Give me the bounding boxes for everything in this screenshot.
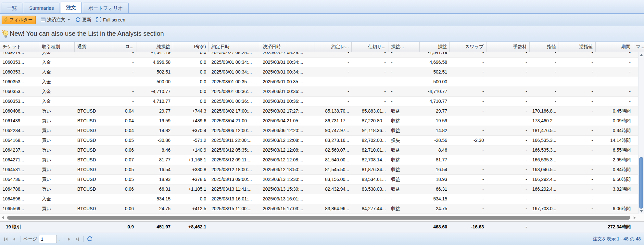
- column-header-result[interactable]: 損益...: [388, 42, 420, 52]
- cell-result: 収益: [388, 106, 420, 116]
- cell-commission: -: [486, 106, 530, 116]
- closed-orders-button[interactable]: 決済注文: [41, 17, 70, 23]
- scroll-left-icon[interactable]: [1, 216, 4, 220]
- table-row[interactable]: 1061439...買いBTCUSD0.0419.59+489.62025/03…: [0, 116, 644, 126]
- column-header-ticket[interactable]: チケット: [0, 42, 39, 52]
- column-header-open-rate[interactable]: 約定レ...: [314, 42, 352, 52]
- table-row[interactable]: 1062234...買いBTCUSD0.0414.82+370.42025/03…: [0, 126, 644, 136]
- last-page-button[interactable]: [74, 236, 81, 242]
- cell-close-time: 2025/02/27 08:28:...: [260, 52, 314, 57]
- table-row[interactable]: 1059214...入金--1,541.190.02025/02/27 08:2…: [0, 52, 644, 58]
- cell-close-time: 2025/03/12 12:08:...: [260, 155, 314, 165]
- cell-ticket: 1064736...: [0, 175, 39, 184]
- filter-button[interactable]: フィルター: [2, 16, 36, 24]
- cell-open-time: 2025/03/01 00:34:...: [209, 67, 260, 77]
- table-row[interactable]: 1064788...買いBTCUSD0.0666.31+1,105.12025/…: [0, 184, 644, 194]
- cell-profit: 502.51: [420, 67, 450, 77]
- cell-close-rate: -: [352, 67, 388, 77]
- cell-swap: -: [450, 58, 486, 67]
- scroll-down-icon[interactable]: [640, 210, 643, 212]
- cell-stop: -: [559, 184, 596, 194]
- cell-profit: 24.75: [420, 204, 450, 213]
- pager-refresh-button[interactable]: [87, 236, 93, 242]
- table-row[interactable]: 1064896...入金-534.150.02025/03/13 16:01:.…: [0, 194, 644, 204]
- column-header-swap[interactable]: スワップ: [450, 42, 486, 52]
- column-header-type[interactable]: 取引種別: [39, 42, 75, 52]
- pagination-bar: ページ . 注文を表示 1 - 48 の 48: [0, 233, 644, 245]
- summary-empty: [530, 222, 559, 233]
- column-header-symbol[interactable]: 通貨: [75, 42, 113, 52]
- vertical-scrollbar-thumb[interactable]: [639, 157, 643, 209]
- column-header-open-time[interactable]: 約定日時: [209, 42, 260, 52]
- table-row[interactable]: 1065569...買いBTCUSD0.0624.75+412.52025/03…: [0, 204, 644, 214]
- table-row[interactable]: 1064736...買いBTCUSD0.0518.93+378.62025/03…: [0, 175, 644, 184]
- cell-close-time: 2025/03/12 12:08:...: [260, 136, 314, 145]
- cell-open-time: 2025/03/12 05:35:...: [209, 145, 260, 155]
- column-header-commission[interactable]: 手数料: [486, 42, 530, 52]
- table-row[interactable]: 1064168...買いBTCUSD0.05-30.86-571.22025/0…: [0, 136, 644, 145]
- column-header-stop[interactable]: 逆指値: [559, 42, 596, 52]
- cell-close-time: 2025/03/01 00:35:...: [260, 77, 314, 87]
- tab-3[interactable]: ポートフォリオ: [83, 3, 129, 13]
- cell-net-profit: -4,710.77: [136, 87, 173, 96]
- first-page-button[interactable]: [3, 236, 9, 242]
- table-row[interactable]: 1060353...入金-502.510.02025/03/01 00:34:.…: [0, 67, 644, 77]
- column-header-close-time[interactable]: 決済日時: [260, 42, 314, 52]
- scroll-right-icon[interactable]: [633, 216, 636, 220]
- tab-2[interactable]: 注文: [61, 2, 82, 13]
- cell-symbol: [75, 97, 113, 106]
- table-row[interactable]: 1060408...買いBTCUSD0.0429.77+744.32025/03…: [0, 106, 644, 116]
- scroll-up-icon[interactable]: [640, 54, 643, 56]
- cell-limit: -: [530, 52, 559, 57]
- column-header-net-profit[interactable]: 純損益: [136, 42, 173, 52]
- prev-page-button[interactable]: [11, 236, 17, 242]
- table-row[interactable]: 1064531...買いBTCUSD0.0516.54+330.82025/03…: [0, 165, 644, 175]
- summary-empty: [388, 222, 420, 233]
- cell-commission: -: [486, 58, 530, 67]
- table-row[interactable]: 1060353...入金-4,710.770.02025/03/01 00:36…: [0, 97, 644, 106]
- cell-open-time: 2025/03/12 18:00:...: [209, 165, 260, 174]
- tab-0[interactable]: 一覧: [2, 3, 22, 13]
- column-header-duration[interactable]: 期間: [596, 42, 633, 52]
- cell-net-profit: 534.15: [136, 194, 173, 204]
- cell-lots: 0.06: [113, 204, 136, 213]
- table-row[interactable]: 1060353...入金--500.000.02025/03/01 00:35:…: [0, 77, 644, 87]
- tab-1[interactable]: Summaries: [24, 3, 59, 13]
- cell-limit: 166,535.3...: [530, 155, 559, 165]
- cell-open-time: 2025/03/06 12:00:...: [209, 126, 260, 135]
- filter-button-label: フィルター: [9, 17, 32, 23]
- cell-symbol: [75, 67, 113, 77]
- cell-result: 収益: [388, 145, 420, 155]
- horizontal-scrollbar[interactable]: [0, 214, 644, 221]
- cell-duration: 2.95時間: [596, 155, 633, 165]
- cell-commission: -: [486, 184, 530, 194]
- table-row[interactable]: 1060353...入金-4,696.580.02025/03/01 00:34…: [0, 58, 644, 67]
- table-row[interactable]: 1064271...買いBTCUSD0.0781.77+1,168.12025/…: [0, 155, 644, 165]
- cell-net-profit: 4,696.58: [136, 58, 173, 67]
- table-row[interactable]: 1060353...入金--4,710.770.02025/03/01 00:3…: [0, 87, 644, 97]
- cell-net-profit: 66.31: [136, 184, 173, 194]
- cell-ticket: 1061439...: [0, 116, 39, 126]
- cell-pips: +330.8: [173, 165, 209, 174]
- table-row[interactable]: 1064237...買いBTCUSD0.068.46+140.92025/03/…: [0, 145, 644, 155]
- cell-symbol: BTCUSD: [75, 116, 113, 126]
- cell-limit: -: [530, 67, 559, 77]
- column-header-magic[interactable]: マ...: [633, 42, 644, 52]
- horizontal-scrollbar-thumb[interactable]: [7, 216, 630, 220]
- cell-close-time: 2025/03/01 00:34:...: [260, 67, 314, 77]
- vertical-scrollbar[interactable]: [638, 52, 644, 214]
- cell-type: 入金: [39, 77, 75, 87]
- next-page-button[interactable]: [66, 236, 72, 242]
- summary-pips: +8,462.1: [173, 222, 209, 233]
- cell-lots: -: [113, 87, 136, 96]
- column-header-lots[interactable]: ロ...: [113, 42, 136, 52]
- column-header-close-rate[interactable]: 仕切り...: [352, 42, 388, 52]
- cell-lots: 0.07: [113, 155, 136, 165]
- fullscreen-button[interactable]: Full screen: [96, 17, 125, 22]
- column-header-profit[interactable]: 損益: [420, 42, 450, 52]
- column-header-limit[interactable]: 指値: [530, 42, 559, 52]
- page-input[interactable]: [39, 235, 57, 243]
- refresh-button[interactable]: 更新: [75, 17, 91, 23]
- column-header-pips[interactable]: Pip(s): [173, 42, 209, 52]
- cell-ticket: 1060408...: [0, 106, 39, 116]
